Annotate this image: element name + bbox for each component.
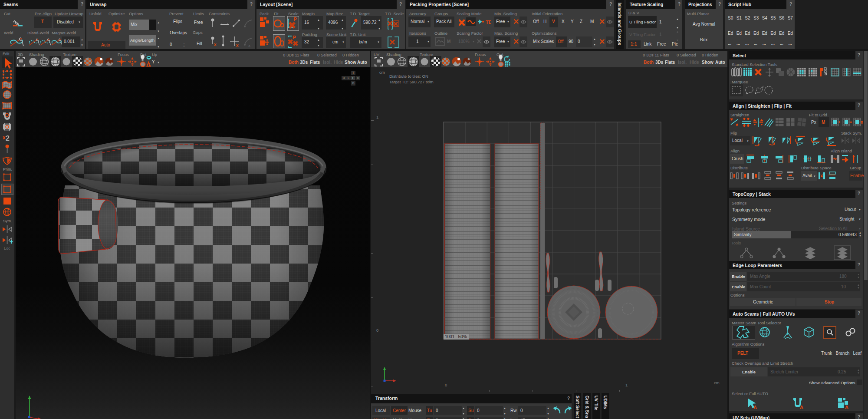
svg-text:x: x xyxy=(248,43,250,48)
svg-text:A: A xyxy=(845,405,848,410)
svg-text:TD: TD xyxy=(486,20,491,25)
svg-text:P: P xyxy=(293,36,296,40)
svg-text:A: A xyxy=(800,405,803,410)
svg-text:A: A xyxy=(753,405,757,410)
svg-text:x: x xyxy=(236,43,239,48)
svg-text:P: P xyxy=(294,17,297,22)
svg-text:x: x xyxy=(214,42,217,47)
svg-text:2: 2 xyxy=(6,135,10,142)
svg-text:x: x xyxy=(3,135,6,141)
